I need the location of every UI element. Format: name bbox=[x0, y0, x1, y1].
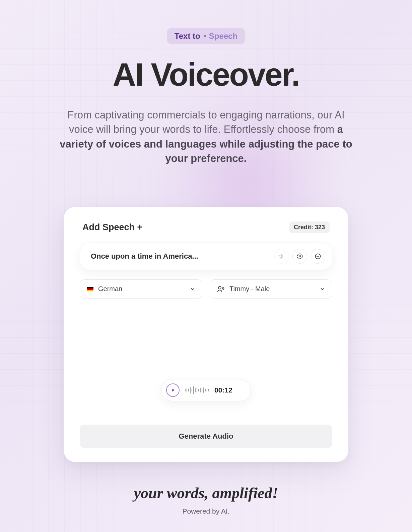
timecode: 00:12 bbox=[214, 386, 232, 394]
speech-text-input[interactable]: Once upon a time in America... bbox=[91, 252, 271, 261]
voice-label: Timmy - Male bbox=[229, 285, 315, 293]
feature-tag: Text to Speech bbox=[167, 28, 245, 44]
svg-point-2 bbox=[218, 286, 221, 289]
pause-icon bbox=[296, 253, 303, 260]
desc-text: From captivating commercials to engaging… bbox=[67, 109, 344, 135]
pause-button[interactable] bbox=[292, 249, 307, 264]
remove-button[interactable] bbox=[311, 249, 325, 264]
mini-waveform-icon bbox=[185, 386, 209, 394]
page-description: From captivating commercials to engaging… bbox=[59, 108, 353, 166]
language-dropdown[interactable]: German bbox=[80, 279, 202, 299]
add-speech-button[interactable]: Add Speech + bbox=[82, 222, 142, 233]
waveform-visualization bbox=[80, 316, 332, 366]
play-button[interactable] bbox=[166, 383, 180, 397]
generate-audio-button[interactable]: Generate Audio bbox=[80, 425, 332, 448]
tag-separator-icon bbox=[204, 35, 206, 37]
language-label: German bbox=[98, 285, 185, 293]
minus-circle-icon bbox=[315, 253, 321, 260]
tag-text-left: Text to bbox=[175, 31, 200, 41]
chevron-down-icon bbox=[190, 286, 195, 292]
audio-player: 00:12 bbox=[161, 379, 251, 401]
germany-flag-icon bbox=[87, 287, 93, 291]
tag-text-right: Speech bbox=[209, 31, 237, 41]
voiceover-card: Add Speech + Credit: 323 Once upon a tim… bbox=[64, 207, 348, 462]
voice-person-icon bbox=[217, 285, 225, 293]
powered-by-label: Powered by AI. bbox=[182, 507, 229, 515]
volume-button[interactable] bbox=[274, 249, 289, 264]
svg-point-0 bbox=[297, 254, 302, 259]
voice-dropdown[interactable]: Timmy - Male bbox=[210, 279, 332, 299]
tagline: your words, amplified! bbox=[134, 484, 278, 502]
volume-icon bbox=[278, 253, 285, 260]
chevron-down-icon bbox=[320, 286, 325, 292]
credit-badge: Credit: 323 bbox=[289, 221, 330, 233]
page-title: AI Voiceover. bbox=[113, 56, 299, 93]
speech-input-row: Once upon a time in America... bbox=[80, 243, 332, 270]
play-icon bbox=[171, 388, 176, 392]
waveform-icon bbox=[149, 316, 263, 366]
